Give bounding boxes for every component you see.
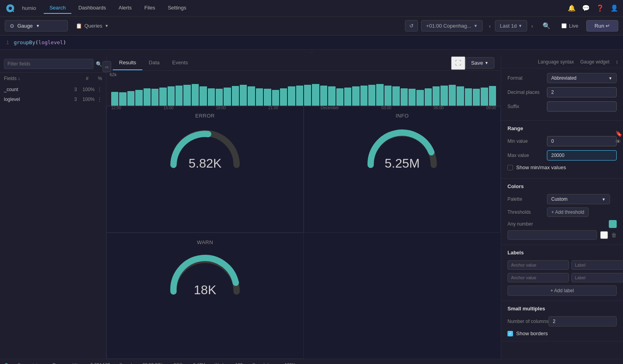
field-menu-loglevel-icon[interactable]: ⋮	[97, 96, 102, 102]
palette-control: Custom ▼	[547, 194, 617, 204]
filter-fields-input[interactable]	[4, 59, 93, 69]
field-row[interactable]: _count 3 100% ⋮	[0, 84, 106, 94]
green-color-swatch[interactable]	[609, 220, 617, 228]
chart-bar	[328, 86, 335, 106]
app-logo	[5, 3, 16, 14]
query-field: loglevel	[38, 39, 63, 45]
label-input-2[interactable]	[571, 273, 623, 282]
bell-icon[interactable]: 🔔	[568, 4, 576, 12]
field-menu-icon[interactable]: ⋮	[97, 86, 102, 92]
label-input-1[interactable]	[571, 260, 623, 270]
time-prev-button[interactable]: ‹	[486, 21, 494, 31]
threshold-value-input[interactable]	[507, 230, 597, 240]
save-chevron: ▼	[485, 61, 489, 65]
show-borders-checkbox[interactable]: ✓	[507, 331, 513, 336]
timezone-chevron: ▼	[474, 24, 478, 28]
refresh-button[interactable]: ↺	[405, 20, 418, 32]
sidebar-collapse-button[interactable]: ‹‹	[103, 61, 111, 72]
anchor-value-input-1[interactable]	[507, 260, 569, 270]
query-status-value: Done	[52, 362, 63, 364]
chart-bar	[457, 86, 464, 106]
max-value-input[interactable]	[547, 150, 617, 161]
chat-icon[interactable]: 💬	[582, 4, 590, 12]
nav-files[interactable]: Files	[139, 2, 160, 14]
threshold-delete-icon[interactable]: 🗑	[611, 232, 617, 238]
query-status-label: Query status:	[17, 362, 43, 364]
anchor-value-input-2[interactable]	[507, 273, 569, 282]
show-minmax-checkbox[interactable]	[507, 165, 513, 170]
add-label-button[interactable]: + Add label	[507, 286, 617, 296]
query-editor[interactable]: groupBy(loglevel)	[14, 39, 66, 45]
decimal-places-input[interactable]	[547, 87, 617, 97]
widget-chevron: ▼	[36, 24, 40, 28]
chart-bar	[216, 89, 223, 106]
add-threshold-button[interactable]: + Add threshold	[547, 207, 589, 217]
chart-bar	[127, 91, 134, 106]
palette-select[interactable]: Custom ▼	[547, 194, 610, 204]
queries-button[interactable]: 📋 Queries ▼	[71, 21, 113, 31]
gauge-warn-value: 18K	[194, 283, 216, 297]
field-row[interactable]: loglevel 3 100% ⋮	[0, 94, 106, 104]
format-section: Format Abbreviated ▼ Decimal places Suff…	[501, 68, 623, 121]
gauge-widget-link[interactable]: Gauge widget	[580, 59, 609, 65]
eps-label: EPS:	[174, 362, 184, 364]
drag-handle[interactable]: ⋯	[0, 50, 623, 56]
chart-x-labels: 12:0015:0018:0021:00December03:0006:0009…	[110, 106, 498, 110]
filter-bar: 🔍	[0, 56, 106, 73]
min-value-input[interactable]	[547, 136, 617, 146]
chart-bar	[489, 86, 496, 106]
format-control: Abbreviated ▼	[547, 73, 617, 83]
nav-search[interactable]: Search	[44, 2, 71, 14]
show-borders-label: Show borders	[516, 330, 548, 336]
gauge-info-title: INFO	[395, 113, 408, 119]
chart-x-label: 15:00	[164, 106, 173, 110]
num-columns-label: Number of columns	[507, 319, 548, 324]
format-chevron: ▼	[608, 76, 612, 80]
lang-syntax-link[interactable]: Language syntax	[538, 59, 574, 65]
tab-data[interactable]: Data	[142, 56, 166, 70]
widget-selector[interactable]: ⊙ Gauge ▼	[5, 20, 68, 32]
chart-bar	[376, 84, 383, 106]
timezone-selector[interactable]: +01:00 Copenhag... ▼	[421, 20, 483, 32]
num-columns-input[interactable]	[548, 316, 617, 327]
chart-x-label: December	[321, 106, 339, 110]
tab-events[interactable]: Events	[166, 56, 194, 70]
bookmark-icon[interactable]: 🔖	[616, 131, 622, 137]
nav-dashboards[interactable]: Dashboards	[73, 2, 112, 14]
chart-bar	[449, 85, 456, 106]
gauge-info-value: 5.25M	[385, 156, 420, 171]
palette-chevron: ▼	[602, 197, 606, 202]
gauge-info: INFO 5.25M	[304, 106, 501, 233]
live-checkbox[interactable]	[561, 23, 567, 28]
min-value-control	[547, 136, 617, 146]
nav-alerts[interactable]: Alerts	[113, 2, 137, 14]
user-icon[interactable]: 👤	[610, 4, 618, 12]
save-button[interactable]: Save ▼	[465, 57, 494, 69]
suffix-label: Suffix	[507, 104, 547, 109]
query-line-number: 1	[6, 40, 9, 45]
hits-value: 5,274,107	[91, 362, 110, 364]
format-select[interactable]: Abbreviated ▼	[547, 73, 617, 83]
panel-collapse-icon[interactable]: ↕	[616, 59, 619, 65]
threshold-input-row: 🗑	[507, 230, 617, 240]
search-icon-button[interactable]: 🔍	[539, 21, 554, 31]
chart-bar	[352, 86, 359, 106]
timezone-label: +01:00 Copenhag...	[426, 23, 472, 29]
filter-search-icon[interactable]: 🔍	[96, 61, 102, 67]
help-icon[interactable]: ❓	[596, 4, 604, 12]
gauge-warn: WARN 18K	[106, 233, 304, 359]
run-button[interactable]: Run ↵	[586, 20, 618, 32]
nav-settings[interactable]: Settings	[162, 2, 192, 14]
eye-icon[interactable]: 👁	[616, 138, 622, 145]
chart-bar	[224, 88, 231, 106]
time-range-selector[interactable]: Last 1d ▼	[495, 20, 528, 32]
suffix-input[interactable]	[547, 101, 617, 112]
fullscreen-button[interactable]: ⛶	[451, 56, 465, 70]
tab-results[interactable]: Results	[113, 56, 142, 70]
chart-bar	[288, 86, 295, 106]
brand-label: humio	[22, 5, 36, 11]
fields-column-label: Fields ↓	[4, 76, 20, 81]
chart-x-label: 09:00	[486, 106, 496, 110]
time-next-button[interactable]: ›	[528, 21, 536, 31]
white-color-swatch[interactable]	[600, 231, 608, 239]
